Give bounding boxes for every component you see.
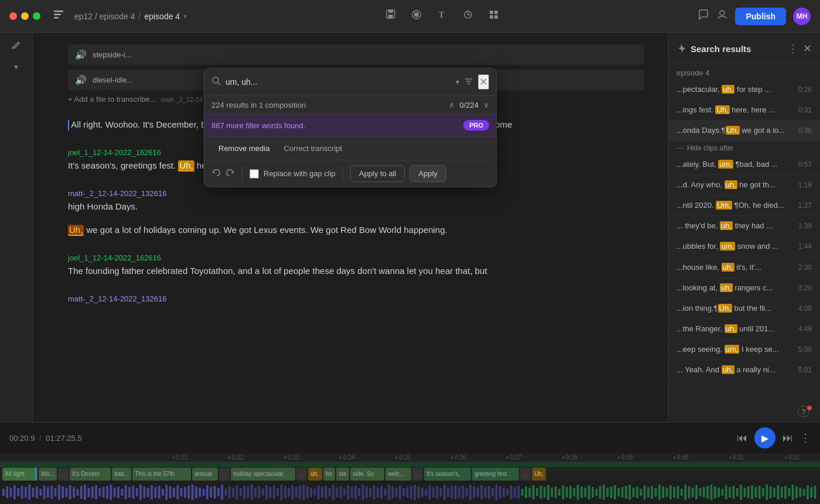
breadcrumb-parent[interactable]: ep12 / episode 4	[74, 12, 135, 21]
app-logo	[52, 8, 65, 24]
filter-icon[interactable]	[464, 76, 473, 88]
tick-2: • 0:22	[208, 454, 264, 461]
svg-rect-213	[421, 488, 423, 497]
record-icon[interactable]	[411, 9, 422, 23]
user-icon[interactable]	[716, 9, 728, 23]
search-input[interactable]	[226, 77, 450, 87]
result-item-3[interactable]: ...onda Days.¶Uh, we got a lo... 0:36	[668, 121, 820, 141]
result-item-14[interactable]: ... Yeah. And uh, a really ni... 5:01	[668, 360, 820, 380]
minimize-window-btn[interactable]	[21, 12, 29, 20]
time-separator: /	[39, 434, 42, 443]
svg-rect-190	[336, 488, 338, 497]
svg-rect-120	[669, 485, 672, 499]
text-section-5: joel_1_12-14-2022_162616 The founding fa…	[68, 242, 644, 283]
close-window-btn[interactable]	[9, 12, 17, 20]
clip-side[interactable]: side. So	[350, 468, 384, 481]
right-panel: Search results ⋮ ✕ episode 4 ...pectacul…	[668, 33, 820, 422]
svg-rect-29	[36, 486, 38, 498]
waveform-bar	[0, 481, 820, 504]
clip-11[interactable]: ...	[412, 468, 423, 481]
skip-back-button[interactable]: ⏮	[737, 432, 747, 444]
result-item-11[interactable]: ...ion thing.¶Uh, but the fli... 4:08	[668, 299, 820, 319]
svg-rect-85	[539, 486, 542, 499]
chevron-down-icon[interactable]: ▾	[14, 62, 18, 71]
text-icon[interactable]: T	[436, 9, 448, 23]
svg-rect-38	[69, 485, 71, 499]
play-button[interactable]: ▶	[754, 427, 775, 448]
svg-rect-179	[295, 487, 298, 498]
result-text-12: ...the Ranger, uh, until 201...	[676, 324, 796, 334]
nav-down-button[interactable]: ∨	[483, 100, 489, 109]
clip-welc[interactable]: welc...	[385, 468, 411, 481]
chat-icon[interactable]	[698, 9, 709, 23]
svg-rect-37	[66, 488, 68, 497]
avatar[interactable]: MH	[793, 8, 811, 25]
svg-rect-35	[58, 485, 60, 500]
svg-rect-158	[810, 487, 812, 498]
clip-10[interactable]: ...	[296, 468, 307, 481]
result-item-13[interactable]: ...eep seeing, um, I keep se... 5:00	[668, 340, 820, 360]
publish-button[interactable]: Publish	[735, 8, 786, 25]
grid-icon[interactable]	[488, 9, 500, 23]
pencil-icon[interactable]	[11, 40, 22, 53]
clip-greetings[interactable]: greeting fest.	[472, 468, 519, 481]
tab-remove-media[interactable]: Remove media	[211, 142, 276, 155]
clip-ste[interactable]: ste	[336, 468, 349, 481]
redo-icon[interactable]	[226, 168, 235, 180]
result-item-5[interactable]: ...d. Any who, uh, he got th... 1:18	[668, 175, 820, 196]
clip-seasons[interactable]: It's season's,	[424, 468, 471, 481]
clip-icon[interactable]	[462, 9, 474, 23]
svg-rect-165	[243, 486, 245, 499]
result-item-4[interactable]: ...ately. But, um, ¶bad, bad ... 0:57	[668, 155, 820, 175]
result-item-7[interactable]: ... they'd be, uh, they had ... 1:39	[668, 216, 820, 236]
svg-rect-111	[636, 486, 638, 498]
search-caret[interactable]: ▾	[456, 78, 459, 86]
add-file-button[interactable]: + Add a file to transcribe...	[68, 95, 156, 104]
clip-2[interactable]: Wo...	[39, 468, 57, 481]
nav-up-button[interactable]: ∧	[449, 100, 455, 109]
skip-forward-button[interactable]: ⏭	[783, 432, 793, 444]
result-item-9[interactable]: ...house like, uh, it's, it'... 2:30	[668, 258, 820, 278]
save-icon[interactable]	[385, 9, 397, 23]
tab-correct-transcript[interactable]: Correct transcript	[276, 142, 349, 155]
player-more-button[interactable]: ⋮	[800, 431, 811, 444]
breadcrumb-current[interactable]: episode 4	[144, 12, 180, 21]
pro-badge[interactable]: PRO	[463, 120, 489, 131]
clip-uh[interactable]: uh,	[308, 468, 322, 481]
clip-3[interactable]: ...	[58, 468, 69, 481]
clip-9[interactable]: holiday spectacular,	[231, 468, 295, 481]
result-item-6[interactable]: ...ntil 2020. Um, ¶Oh, he died... 1:27	[668, 196, 820, 216]
pin-icon[interactable]	[676, 43, 686, 54]
clip-4[interactable]: It's Decem	[70, 468, 111, 481]
svg-rect-135	[725, 485, 727, 499]
apply-all-button[interactable]: Apply to all	[350, 165, 405, 182]
svg-rect-238	[514, 487, 516, 498]
result-item-12[interactable]: ...the Ranger, uh, until 201... 4:49	[668, 319, 820, 340]
undo-icon[interactable]	[211, 168, 221, 180]
clip-8[interactable]: ...	[219, 468, 230, 481]
svg-text:T: T	[439, 11, 445, 19]
tick-4: • 0:24	[319, 454, 375, 461]
clip-uh2[interactable]: Uh,	[532, 468, 546, 481]
cursor	[68, 120, 69, 131]
svg-rect-219	[443, 485, 446, 500]
result-item-8[interactable]: ...ubbles for, um, snow and ... 1:44	[668, 236, 820, 257]
clip-5[interactable]: bab...	[112, 468, 131, 481]
replace-checkbox[interactable]	[250, 169, 259, 179]
svg-rect-97	[584, 488, 586, 497]
clip-1[interactable]: All right.	[2, 468, 37, 481]
svg-rect-39	[73, 487, 75, 498]
clip-12[interactable]: ...	[520, 468, 531, 481]
result-item-2[interactable]: ...ings fest. Uh, here, here ... 0:31	[668, 100, 820, 121]
clip-7[interactable]: annual	[192, 468, 218, 481]
clip-6[interactable]: This is the 57th	[132, 468, 191, 481]
search-close-button[interactable]: ✕	[478, 74, 489, 90]
apply-button[interactable]: Apply	[409, 165, 446, 182]
result-item-10[interactable]: ...looking at, uh, rangers c... 3:20	[668, 278, 820, 299]
right-panel-close-button[interactable]: ✕	[803, 42, 812, 55]
result-item-1[interactable]: ...pectacular, uh, for step ... 0:26	[668, 80, 820, 100]
clip-for[interactable]: for	[323, 468, 335, 481]
maximize-window-btn[interactable]	[33, 12, 40, 20]
more-icon[interactable]: ⋮	[788, 42, 798, 55]
svg-rect-94	[573, 488, 575, 496]
